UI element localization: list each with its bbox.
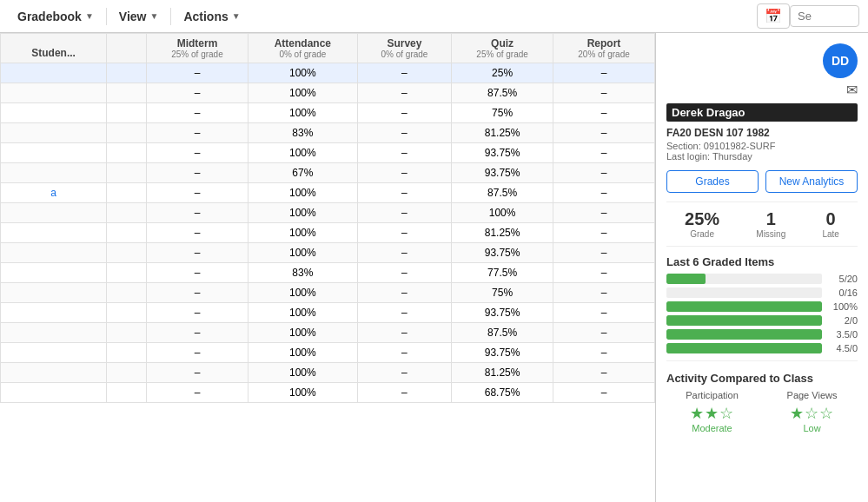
- grade-bar-fill: [666, 329, 822, 340]
- search-input[interactable]: [790, 5, 859, 27]
- student-name-bar: Derek Dragao: [666, 103, 858, 122]
- table-row[interactable]: –100%–93.75%–: [1, 243, 655, 263]
- grade-bar-label: 2/0: [827, 315, 858, 326]
- cell-survey: –: [357, 363, 451, 383]
- col-report-label: Report: [560, 37, 647, 50]
- col-header-report[interactable]: Report 20% of grade: [553, 34, 655, 63]
- cell-quiz: 68.75%: [452, 383, 553, 403]
- col-header-attendance[interactable]: Attendance 0% of grade: [248, 34, 357, 63]
- cell-midterm: –: [147, 223, 248, 243]
- cell-blank: [107, 323, 147, 343]
- table-row[interactable]: –100%–93.75%–: [1, 143, 655, 163]
- actions-menu[interactable]: Actions ▼: [175, 4, 248, 29]
- table-row[interactable]: –67%–93.75%–: [1, 163, 655, 183]
- cell-attendance: 100%: [248, 203, 357, 223]
- cell-report: –: [553, 283, 655, 303]
- cell-report: –: [553, 63, 655, 83]
- cell-student: [1, 143, 107, 163]
- participation-stars: ★★☆: [666, 404, 758, 423]
- view-label: View: [119, 10, 147, 23]
- table-row[interactable]: –83%–81.25%–: [1, 123, 655, 143]
- cell-blank: [107, 283, 147, 303]
- cell-midterm: –: [147, 343, 248, 363]
- table-row[interactable]: a–100%–87.5%–: [1, 183, 655, 203]
- cell-student: [1, 343, 107, 363]
- col-student-label: Studen...: [31, 47, 76, 59]
- cell-attendance: 100%: [248, 223, 357, 243]
- gradebook-table-area[interactable]: Studen... Midterm 25% of grade Attendanc…: [0, 33, 655, 502]
- col-survey-sub: 0% of grade: [365, 50, 444, 59]
- table-row[interactable]: –100%–25%–: [1, 63, 655, 83]
- table-row[interactable]: –83%–77.5%–: [1, 263, 655, 283]
- divider: [666, 360, 858, 361]
- cell-student: [1, 203, 107, 223]
- col-header-survey[interactable]: Survey 0% of grade: [357, 34, 451, 63]
- view-menu[interactable]: View ▼: [110, 4, 168, 29]
- cell-attendance: 100%: [248, 103, 357, 123]
- cell-quiz: 100%: [452, 203, 553, 223]
- table-row[interactable]: –100%–68.75%–: [1, 383, 655, 403]
- cell-quiz: 93.75%: [452, 303, 553, 323]
- cell-quiz: 93.75%: [452, 143, 553, 163]
- cell-blank: [107, 303, 147, 323]
- table-row[interactable]: –100%–81.25%–: [1, 363, 655, 383]
- cell-quiz: 87.5%: [452, 183, 553, 203]
- gradebook-table: Studen... Midterm 25% of grade Attendanc…: [0, 33, 655, 403]
- cell-quiz: 81.25%: [452, 123, 553, 143]
- col-midterm-sub: 25% of grade: [154, 50, 241, 59]
- cell-attendance: 100%: [248, 363, 357, 383]
- missing-label: Missing: [756, 229, 785, 239]
- student-link[interactable]: a: [50, 187, 56, 199]
- col-quiz-sub: 25% of grade: [459, 50, 546, 59]
- cell-blank: [107, 123, 147, 143]
- col-attendance-label: Attendance: [255, 37, 350, 50]
- gradebook-menu[interactable]: Gradebook ▼: [9, 4, 103, 29]
- cell-survey: –: [357, 243, 451, 263]
- cell-midterm: –: [147, 63, 248, 83]
- table-row[interactable]: –100%–100%–: [1, 203, 655, 223]
- course-info: FA20 DESN 107 1982 Section: 09101982-SUR…: [666, 127, 858, 162]
- col-midterm-label: Midterm: [154, 37, 241, 50]
- student-name: Derek Dragao: [672, 106, 745, 119]
- cell-student: [1, 63, 107, 83]
- cell-student: [1, 123, 107, 143]
- new-analytics-button[interactable]: New Analytics: [765, 170, 858, 193]
- grades-button[interactable]: Grades: [666, 170, 759, 193]
- cell-report: –: [553, 183, 655, 203]
- cell-quiz: 87.5%: [452, 83, 553, 103]
- grade-bar-fill: [666, 315, 822, 326]
- col-header-midterm[interactable]: Midterm 25% of grade: [147, 34, 248, 63]
- student-panel: DD ✉ Derek Dragao FA20 DESN 107 1982 Sec…: [655, 33, 868, 502]
- table-row[interactable]: –100%–87.5%–: [1, 83, 655, 103]
- table-row[interactable]: –100%–75%–: [1, 283, 655, 303]
- actions-chevron-icon: ▼: [232, 11, 241, 21]
- table-row[interactable]: –100%–75%–: [1, 103, 655, 123]
- grade-bar-track: [666, 329, 822, 340]
- cell-survey: –: [357, 223, 451, 243]
- grade-bar-label: 5/20: [827, 274, 858, 284]
- table-row[interactable]: –100%–87.5%–: [1, 323, 655, 343]
- calendar-button[interactable]: 📅: [757, 3, 790, 29]
- col-header-student[interactable]: Studen...: [1, 34, 107, 63]
- cell-survey: –: [357, 183, 451, 203]
- activity-title: Activity Compared to Class: [666, 372, 858, 385]
- table-row[interactable]: –100%–81.25%–: [1, 223, 655, 243]
- cell-survey: –: [357, 163, 451, 183]
- cell-quiz: 75%: [452, 103, 553, 123]
- late-stat: 0 Late: [822, 209, 838, 239]
- col-header-quiz[interactable]: Quiz 25% of grade: [452, 34, 553, 63]
- main-content: Studen... Midterm 25% of grade Attendanc…: [0, 33, 868, 502]
- cell-quiz: 77.5%: [452, 263, 553, 283]
- cell-quiz: 25%: [452, 63, 553, 83]
- table-row[interactable]: –100%–93.75%–: [1, 343, 655, 363]
- col-survey-label: Survey: [365, 37, 444, 50]
- email-icon[interactable]: ✉: [846, 82, 858, 98]
- cell-midterm: –: [147, 243, 248, 263]
- table-row[interactable]: –100%–93.75%–: [1, 303, 655, 323]
- cell-quiz: 81.25%: [452, 363, 553, 383]
- cell-blank: [107, 243, 147, 263]
- gradebook-label: Gradebook: [17, 10, 82, 23]
- cell-midterm: –: [147, 183, 248, 203]
- cell-midterm: –: [147, 143, 248, 163]
- participation-col: Participation ★★☆ Moderate: [666, 390, 758, 433]
